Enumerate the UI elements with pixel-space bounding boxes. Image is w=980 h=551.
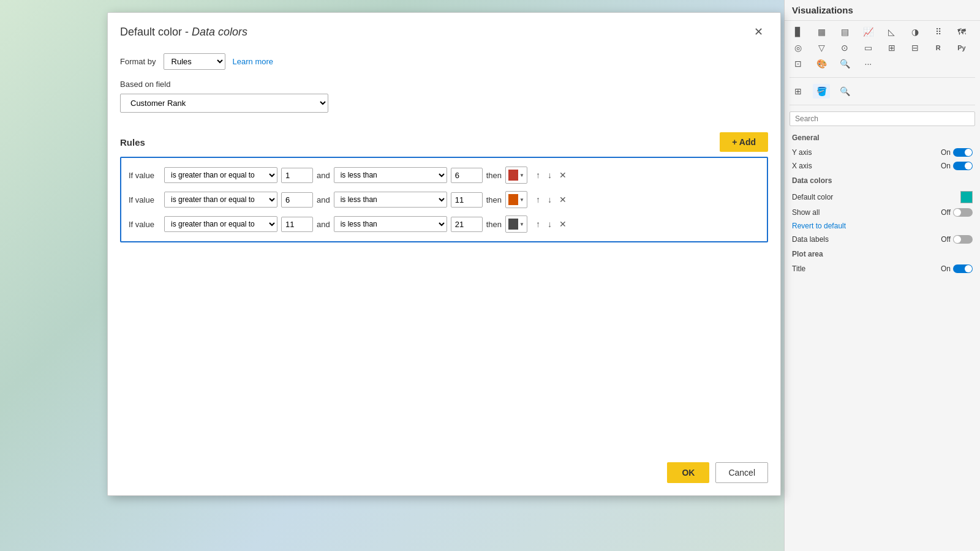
viz-icon-clustered[interactable]: ▤ [836, 24, 853, 39]
title-toggle-switch[interactable] [953, 264, 973, 273]
move-up-button-1[interactable]: ↑ [533, 193, 543, 206]
x-axis-toggle-switch[interactable] [953, 162, 973, 170]
if-value-label-0: If value [129, 171, 160, 180]
viz-icon-area[interactable]: ◺ [883, 24, 900, 39]
move-down-button-2[interactable]: ↓ [545, 218, 554, 230]
delete-button-0[interactable]: ✕ [557, 169, 569, 181]
default-color-swatch[interactable] [960, 191, 973, 203]
dialog-title: Default color - Data colors [120, 26, 247, 39]
data-labels-toggle-switch[interactable] [953, 235, 973, 244]
condition1-select-2[interactable]: is greater than or equal tois greater th… [164, 216, 277, 232]
viz-search-area [785, 108, 980, 130]
visualizations-panel: Visualizations ▊ ▦ ▤ 📈 ◺ ◑ ⠿ 🗺 ◎ ▽ ⊙ ▭ ⊞… [784, 0, 980, 551]
viz-icon-r[interactable]: R [930, 40, 947, 55]
learn-more-link[interactable]: Learn more [233, 57, 273, 66]
format-by-select[interactable]: Rules Gradient Field value [164, 53, 225, 70]
search-input[interactable] [790, 111, 975, 126]
condition2-select-1[interactable]: is greater than or equal tois greater th… [334, 192, 447, 208]
condition1-select-0[interactable]: is greater than or equal tois greater th… [164, 167, 277, 183]
if-value-label-2: If value [129, 220, 160, 229]
move-down-button-0[interactable]: ↓ [545, 169, 554, 181]
color-button-0[interactable]: ▼ [505, 167, 527, 184]
viz-divider-1 [790, 77, 975, 78]
y-axis-row: Y axis On [785, 146, 980, 159]
row-actions-1: ↑ ↓ ✕ [533, 193, 569, 206]
show-all-toggle[interactable]: Off [941, 208, 973, 217]
dialog-title-static: Default color - [120, 26, 192, 38]
viz-icon-more[interactable]: ··· [859, 56, 876, 71]
cancel-button[interactable]: Cancel [715, 462, 768, 483]
viz-icon-gauge[interactable]: ⊙ [836, 40, 853, 55]
viz-icon-paintbucket[interactable]: 🪣 [813, 84, 830, 99]
viz-icon-table[interactable]: ⊞ [883, 40, 900, 55]
viz-icon-pie[interactable]: ◑ [907, 24, 924, 39]
viz-icon-format[interactable]: 🎨 [813, 56, 830, 71]
viz-icon-funnel[interactable]: ▽ [813, 40, 830, 55]
show-all-row: Show all Off [785, 206, 980, 219]
viz-icon-magnify[interactable]: 🔍 [836, 84, 853, 99]
viz-icon-map[interactable]: 🗺 [953, 24, 970, 39]
rule-row: If value is greater than or equal tois g… [126, 163, 762, 187]
and-label-1: and [317, 195, 330, 204]
condition1-select-1[interactable]: is greater than or equal tois greater th… [164, 192, 277, 208]
value2-input-0[interactable] [451, 168, 483, 183]
ok-button[interactable]: OK [667, 462, 709, 483]
move-up-button-2[interactable]: ↑ [533, 218, 543, 230]
title-toggle[interactable]: On [941, 264, 973, 273]
viz-format-icons: ⊞ 🪣 🔍 [785, 80, 980, 102]
row-actions-2: ↑ ↓ ✕ [533, 218, 569, 230]
y-axis-toggle-switch[interactable] [953, 148, 973, 157]
show-all-toggle-switch[interactable] [953, 208, 973, 217]
viz-panel-title: Visualizations [785, 0, 980, 21]
color-swatch-2 [508, 219, 518, 230]
value1-input-2[interactable] [281, 217, 313, 232]
viz-icon-bar[interactable]: ▊ [790, 24, 807, 39]
data-colors-section-label: Data colors [785, 173, 980, 189]
viz-icon-donut[interactable]: ◎ [790, 40, 807, 55]
viz-icon-line[interactable]: 📈 [859, 24, 876, 39]
add-button[interactable]: + Add [720, 132, 768, 152]
revert-to-default-link[interactable]: Revert to default [785, 219, 980, 233]
then-label-0: then [486, 171, 502, 180]
viz-icon-matrix[interactable]: ⊟ [907, 40, 924, 55]
viz-icon-py[interactable]: Py [953, 40, 970, 55]
viz-icon-analytics[interactable]: 🔍 [836, 56, 853, 71]
and-label-2: and [317, 220, 330, 229]
viz-icon-scatter[interactable]: ⠿ [930, 24, 947, 39]
then-label-1: then [486, 195, 502, 204]
value2-input-2[interactable] [451, 217, 483, 232]
viz-icon-card[interactable]: ▭ [859, 40, 876, 55]
field-select[interactable]: Customer Rank [120, 94, 328, 113]
value1-input-1[interactable] [281, 192, 313, 208]
delete-button-2[interactable]: ✕ [557, 218, 569, 230]
condition2-select-0[interactable]: is greater than or equal tois greater th… [334, 167, 447, 183]
show-all-label: Show all [792, 208, 820, 217]
dialog-close-button[interactable]: ✕ [749, 23, 768, 41]
delete-button-1[interactable]: ✕ [557, 193, 569, 206]
value2-input-1[interactable] [451, 192, 483, 208]
value1-input-0[interactable] [281, 168, 313, 183]
based-on-label: Based on field [120, 80, 768, 89]
y-axis-label: Y axis [792, 148, 812, 157]
viz-icon-stacked-bar[interactable]: ▦ [813, 24, 830, 39]
y-axis-toggle[interactable]: On [941, 148, 973, 157]
title-state: On [941, 264, 951, 273]
color-button-1[interactable]: ▼ [505, 191, 527, 208]
viz-icon-filter[interactable]: ⊡ [790, 56, 807, 71]
format-by-row: Format by Rules Gradient Field value Lea… [120, 53, 768, 70]
viz-icon-columns[interactable]: ⊞ [790, 84, 807, 99]
move-down-button-1[interactable]: ↓ [545, 193, 554, 206]
dialog-body: Format by Rules Gradient Field value Lea… [108, 46, 780, 250]
title-row: Title On [785, 262, 980, 276]
color-dropdown-arrow-2: ▼ [519, 222, 524, 227]
condition2-select-2[interactable]: is greater than or equal tois greater th… [334, 216, 447, 232]
y-axis-state: On [941, 148, 951, 157]
move-up-button-0[interactable]: ↑ [533, 169, 543, 181]
color-dropdown-arrow-1: ▼ [519, 197, 524, 203]
then-label-2: then [486, 220, 502, 229]
x-axis-toggle[interactable]: On [941, 162, 973, 170]
data-labels-toggle[interactable]: Off [941, 235, 973, 244]
show-all-off-label: Off [941, 208, 951, 217]
format-by-label: Format by [120, 57, 156, 66]
color-button-2[interactable]: ▼ [505, 216, 527, 233]
